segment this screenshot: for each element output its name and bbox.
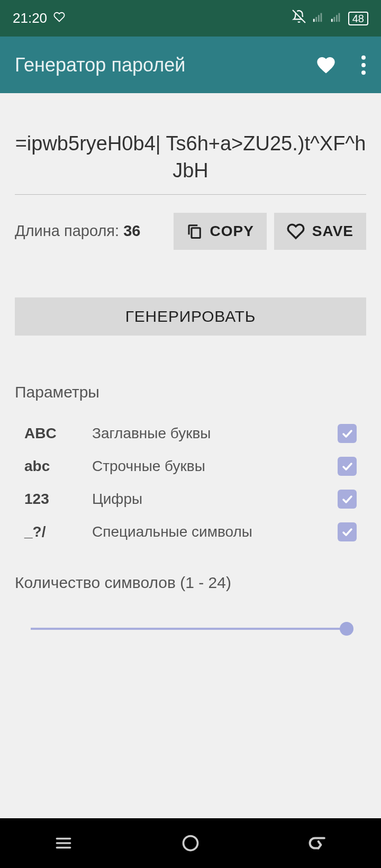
generated-password[interactable]: =ipwb5ryeH0b4| Ts6h+a>ZU25.)t^XF^hJbH (15, 130, 366, 195)
copy-button[interactable]: COPY (174, 213, 266, 250)
nav-home-button[interactable] (169, 827, 212, 859)
length-slider[interactable] (15, 622, 366, 635)
signal-icon-1 (312, 10, 324, 26)
param-label: Заглавные буквы (92, 425, 211, 442)
length-label: Длина пароля: (15, 222, 123, 239)
svg-rect-3 (318, 15, 320, 22)
param-label: Цифры (92, 491, 142, 508)
favorites-button[interactable] (315, 55, 337, 76)
checkbox-uppercase[interactable] (338, 424, 357, 443)
svg-line-0 (293, 10, 305, 23)
nav-back-button[interactable] (296, 827, 339, 859)
param-uppercase: ABC Заглавные буквы (15, 417, 366, 450)
generate-button[interactable]: ГЕНЕРИРОВАТЬ (15, 297, 366, 336)
app-title: Генератор паролей (15, 54, 185, 76)
param-short: abc (24, 458, 92, 475)
svg-point-16 (184, 836, 198, 851)
slider-track (31, 628, 350, 630)
mute-icon (292, 10, 306, 27)
slider-title: Количество символов (1 - 24) (15, 574, 366, 592)
params-list: ABC Заглавные буквы abc Строчные буквы 1… (15, 417, 366, 548)
svg-point-9 (361, 55, 366, 59)
param-special: _?/ Специальные символы (15, 516, 366, 548)
svg-rect-5 (331, 19, 333, 22)
length-value: 36 (123, 222, 140, 239)
svg-rect-1 (313, 19, 315, 22)
svg-rect-2 (315, 17, 317, 22)
svg-point-10 (361, 63, 366, 67)
status-heart-icon (53, 10, 65, 26)
svg-rect-4 (320, 13, 322, 22)
checkbox-special[interactable] (338, 522, 357, 541)
more-menu-button[interactable] (361, 55, 366, 75)
checkbox-lowercase[interactable] (338, 457, 357, 476)
param-label: Специальные символы (92, 523, 252, 540)
slider-thumb[interactable] (340, 622, 353, 636)
param-label: Строчные буквы (92, 458, 205, 475)
app-bar: Генератор паролей (0, 37, 381, 93)
checkbox-digits[interactable] (338, 490, 357, 509)
battery-indicator: 48 (348, 12, 368, 25)
svg-rect-6 (333, 17, 335, 22)
param-short: 123 (24, 491, 92, 508)
svg-rect-12 (192, 228, 200, 238)
save-label: SAVE (312, 223, 353, 240)
param-short: ABC (24, 425, 92, 442)
params-title: Параметры (15, 383, 366, 401)
copy-label: COPY (210, 223, 253, 240)
status-time: 21:20 (13, 10, 47, 26)
svg-rect-8 (338, 13, 340, 22)
svg-rect-7 (336, 15, 338, 22)
signal-icon-2 (330, 10, 342, 26)
nav-recents-button[interactable] (42, 827, 85, 859)
save-button[interactable]: SAVE (274, 213, 366, 250)
main-content: =ipwb5ryeH0b4| Ts6h+a>ZU25.)t^XF^hJbH Дл… (0, 93, 381, 818)
nav-bar (0, 818, 381, 868)
param-lowercase: abc Строчные буквы (15, 450, 366, 483)
status-bar: 21:20 48 (0, 0, 381, 37)
param-digits: 123 Цифры (15, 483, 366, 516)
param-short: _?/ (24, 523, 92, 540)
svg-point-11 (361, 70, 366, 75)
